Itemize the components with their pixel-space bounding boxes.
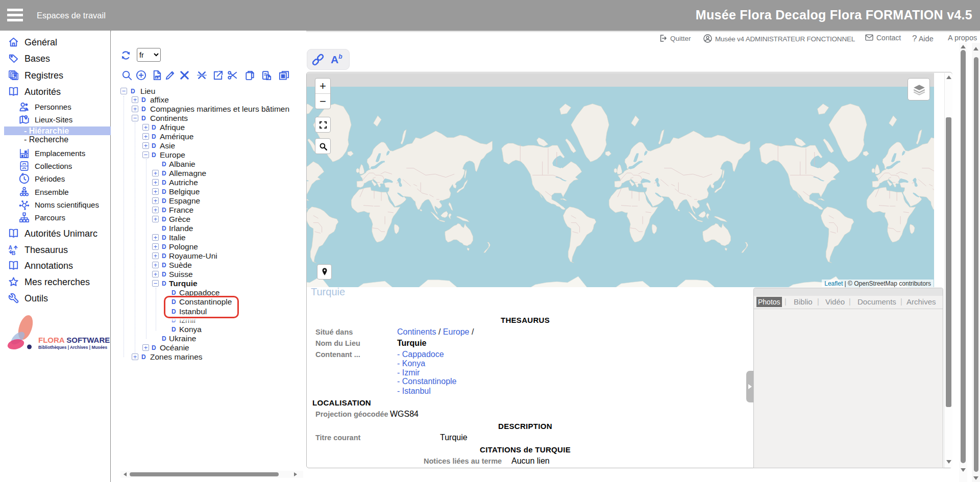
- svg-text:FLORA SOFTWARE: FLORA SOFTWARE: [38, 336, 110, 344]
- svg-text:B: B: [12, 250, 16, 256]
- svg-text:s: s: [156, 75, 158, 79]
- svg-text:A: A: [8, 244, 12, 250]
- svg-text:Bibliothèques | Archives | Mus: Bibliothèques | Archives | Musées: [38, 345, 107, 350]
